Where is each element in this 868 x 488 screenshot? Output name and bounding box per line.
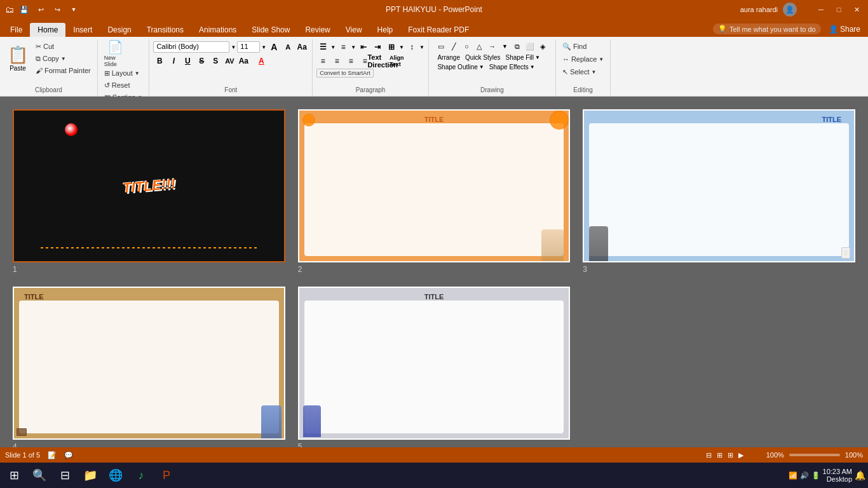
search-taskbar-btn[interactable]: 🔍: [28, 464, 51, 487]
shape-more-icon[interactable]: ▼: [499, 41, 510, 52]
customize-qat[interactable]: ▼: [67, 3, 80, 16]
redo-btn[interactable]: ↪: [51, 3, 64, 16]
line-spacing-dropdown[interactable]: ▼: [419, 44, 424, 50]
align-text-btn[interactable]: Align Text: [390, 55, 403, 67]
arrange-button[interactable]: Arrange: [435, 53, 462, 62]
paste-button[interactable]: 📋 Paste: [4, 41, 32, 76]
quick-save[interactable]: 💾: [18, 3, 31, 16]
shape-rect-icon[interactable]: ▭: [435, 41, 447, 52]
new-slide-button[interactable]: 📄 New Slide: [102, 41, 130, 66]
quick-styles-button[interactable]: Quick Styles: [463, 53, 503, 62]
bullets-btn[interactable]: ☰: [316, 41, 329, 53]
underline-btn[interactable]: U: [181, 55, 194, 67]
font-size-input[interactable]: 11: [237, 41, 260, 53]
volume-icon[interactable]: 🔊: [800, 471, 809, 480]
slide-sorter-btn[interactable]: ⊞: [717, 451, 722, 459]
font-name-input[interactable]: Calibri (Body): [153, 41, 229, 53]
start-button[interactable]: ⊞: [3, 464, 25, 487]
select-dropdown[interactable]: ▼: [591, 69, 596, 75]
undo-btn[interactable]: ↩: [34, 3, 47, 16]
maximize-btn[interactable]: □: [832, 3, 845, 16]
share-btn[interactable]: 👤 Share: [829, 25, 860, 34]
tab-slideshow[interactable]: Slide Show: [244, 23, 297, 37]
slide-thumb-1[interactable]: TITLE!!!: [13, 109, 285, 262]
comments-btn[interactable]: 💬: [64, 451, 73, 459]
slide-thumb-3[interactable]: TITLE 🥛: [583, 109, 855, 262]
align-right-btn[interactable]: ≡: [344, 55, 357, 67]
tab-view[interactable]: View: [338, 23, 370, 37]
shape-quick-icon[interactable]: ⬜: [524, 41, 536, 52]
reading-view-btn[interactable]: ⊞: [728, 451, 733, 459]
shape-effect-icon[interactable]: ◈: [537, 41, 548, 52]
shape-outline-dropdown[interactable]: ▼: [479, 64, 484, 70]
increase-indent-btn[interactable]: ⇥: [371, 41, 384, 53]
strikethrough-btn[interactable]: S: [195, 55, 208, 67]
text-direction-btn[interactable]: Text Direction: [376, 55, 389, 67]
copy-button[interactable]: ⧉ Copy ▼: [33, 53, 93, 64]
font-color-btn[interactable]: A: [255, 55, 268, 67]
find-button[interactable]: 🔍 Find: [560, 41, 589, 52]
slide-show-btn[interactable]: ▶: [738, 451, 743, 459]
decrease-indent-btn[interactable]: ⇤: [357, 41, 370, 53]
increase-font-btn[interactable]: A: [268, 41, 280, 53]
format-painter-button[interactable]: 🖌 Format Painter: [33, 65, 93, 76]
tab-review[interactable]: Review: [297, 23, 337, 37]
italic-btn[interactable]: I: [167, 55, 180, 67]
shape-triangle-icon[interactable]: △: [473, 41, 485, 52]
zoom-slider[interactable]: [789, 454, 840, 456]
shape-outline-button[interactable]: Shape Outline ▼: [435, 63, 485, 71]
bullets-dropdown[interactable]: ▼: [330, 44, 336, 50]
shape-fill-button[interactable]: Shape Fill ▼: [504, 53, 542, 62]
shape-line-icon[interactable]: ╱: [448, 41, 459, 52]
line-spacing-btn[interactable]: ↕: [405, 41, 418, 53]
tab-insert[interactable]: Insert: [65, 23, 100, 37]
powerpoint-taskbar-btn[interactable]: P: [155, 464, 178, 487]
close-btn[interactable]: ✕: [850, 3, 863, 16]
music-btn[interactable]: ♪: [130, 464, 153, 487]
network-icon[interactable]: 📶: [789, 471, 797, 480]
select-button[interactable]: ↖ Select ▼: [560, 66, 599, 78]
char-spacing-btn[interactable]: AV: [223, 55, 236, 67]
slide-thumb-4[interactable]: TITLE: [13, 287, 285, 440]
shape-effects-dropdown[interactable]: ▼: [530, 64, 535, 70]
replace-button[interactable]: ↔ Replace ▼: [560, 53, 606, 65]
align-left-btn[interactable]: ≡: [316, 55, 329, 67]
tell-me-btn[interactable]: 💡 Tell me what you want to do: [713, 24, 821, 34]
battery-icon[interactable]: 🔋: [811, 471, 820, 480]
tab-design[interactable]: Design: [100, 23, 139, 37]
shape-effects-button[interactable]: Shape Effects ▼: [487, 63, 537, 71]
replace-dropdown[interactable]: ▼: [599, 57, 604, 62]
tab-transitions[interactable]: Transitions: [139, 23, 191, 37]
slide-thumb-2[interactable]: TITLE: [298, 109, 571, 262]
change-case-btn[interactable]: Aa: [237, 55, 250, 67]
copy-dropdown[interactable]: ▼: [61, 56, 66, 62]
decrease-font-btn[interactable]: A: [281, 41, 294, 53]
normal-view-btn[interactable]: ⊟: [706, 451, 712, 459]
numbered-btn[interactable]: ≡: [337, 41, 349, 53]
bold-btn[interactable]: B: [153, 55, 166, 67]
text-shadow-btn[interactable]: S: [209, 55, 222, 67]
tab-file[interactable]: File: [3, 23, 30, 37]
clear-format-btn[interactable]: Aa: [295, 41, 308, 53]
font-name-dropdown[interactable]: ▼: [231, 44, 236, 50]
tab-help[interactable]: Help: [370, 23, 401, 37]
reset-button[interactable]: ↺ Reset: [102, 79, 146, 91]
cut-button[interactable]: ✂ Cut: [33, 41, 93, 52]
tab-animations[interactable]: Animations: [191, 23, 244, 37]
columns-btn[interactable]: ⊞: [385, 41, 398, 53]
notes-btn[interactable]: 📝: [48, 451, 57, 459]
layout-button[interactable]: ⊞ Layout ▼: [102, 67, 146, 79]
numbered-dropdown[interactable]: ▼: [351, 44, 356, 50]
minimize-btn[interactable]: ─: [815, 3, 827, 16]
convert-smartart-btn[interactable]: Convert to SmartArt: [316, 69, 374, 78]
slide-thumb-5[interactable]: TITLE: [298, 287, 571, 440]
font-size-dropdown[interactable]: ▼: [261, 44, 266, 50]
align-center-btn[interactable]: ≡: [330, 55, 343, 67]
file-explorer-btn[interactable]: 📁: [79, 464, 102, 487]
shape-arrange-icon[interactable]: ⧉: [512, 41, 523, 52]
browser-btn[interactable]: 🌐: [104, 464, 127, 487]
columns-dropdown[interactable]: ▼: [399, 44, 404, 50]
shape-fill-dropdown[interactable]: ▼: [535, 55, 540, 60]
shape-arrow-icon[interactable]: →: [486, 41, 498, 52]
taskbar-time[interactable]: 10:23 AM Desktop: [823, 468, 852, 483]
